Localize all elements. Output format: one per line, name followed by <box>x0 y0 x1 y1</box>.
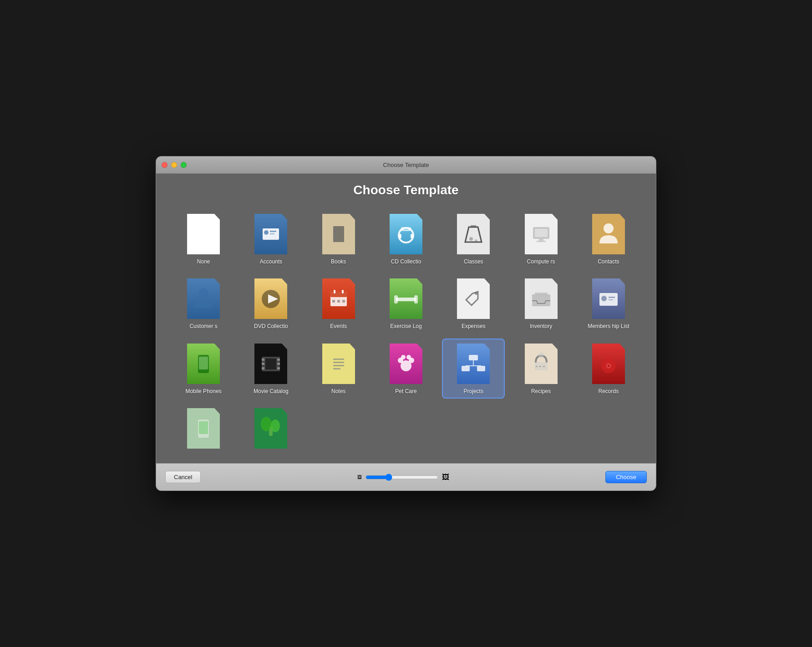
svg-point-76 <box>261 417 272 431</box>
large-icon: 🖼 <box>442 473 449 481</box>
template-item-inventory[interactable]: Inventory <box>509 273 572 334</box>
template-icon-exercise-log <box>388 277 424 320</box>
template-item-mobile-phones[interactable]: Mobile Phones <box>172 339 235 399</box>
template-item-classes[interactable]: Classes <box>442 209 505 269</box>
template-item-more2[interactable] <box>239 403 302 456</box>
template-icon-more2 <box>253 407 289 450</box>
template-item-notes[interactable]: Notes <box>307 339 370 399</box>
template-icon-records <box>590 342 627 385</box>
svg-rect-27 <box>337 300 340 303</box>
svg-rect-2 <box>270 231 276 232</box>
template-item-books[interactable]: Books <box>307 209 370 269</box>
template-item-contacts[interactable]: Contacts <box>577 209 640 269</box>
svg-rect-28 <box>342 300 345 303</box>
maximize-button[interactable] <box>181 162 187 168</box>
svg-rect-45 <box>277 363 280 365</box>
svg-rect-51 <box>333 362 344 363</box>
template-icon-membership-list <box>590 277 627 320</box>
main-window: Choose Template Choose Template None Acc… <box>156 156 656 491</box>
template-item-membership-list[interactable]: Members hip List <box>577 273 640 334</box>
svg-point-36 <box>601 296 607 301</box>
template-item-records[interactable]: Records <box>577 339 640 399</box>
template-icon-movie-catalog <box>253 342 289 385</box>
window-title: Choose Template <box>383 162 429 168</box>
size-slider[interactable] <box>365 474 438 481</box>
svg-rect-52 <box>333 365 344 366</box>
template-label-projects: Projects <box>464 388 483 395</box>
template-grid: None Accounts Books CD Collectio Classes… <box>170 207 642 459</box>
choose-button[interactable]: Choose <box>605 471 647 483</box>
template-label-expenses: Expenses <box>462 323 486 330</box>
template-label-books: Books <box>331 258 346 266</box>
svg-rect-25 <box>342 290 344 293</box>
svg-rect-42 <box>262 359 264 361</box>
svg-rect-48 <box>265 359 276 369</box>
svg-point-57 <box>401 355 406 359</box>
template-item-events[interactable]: Events <box>307 273 370 334</box>
template-icon-none <box>185 212 222 256</box>
template-label-recipes: Recipes <box>531 388 551 395</box>
minimize-button[interactable] <box>171 162 177 168</box>
svg-point-19 <box>198 288 208 298</box>
svg-rect-53 <box>333 368 340 369</box>
svg-rect-67 <box>536 366 538 367</box>
template-item-accounts[interactable]: Accounts <box>239 209 302 269</box>
svg-rect-68 <box>539 366 541 367</box>
template-item-customers[interactable]: Customer s <box>172 273 235 334</box>
template-item-none[interactable]: None <box>172 209 235 269</box>
template-label-notes: Notes <box>331 388 345 395</box>
svg-rect-46 <box>262 367 264 369</box>
template-label-cd-collection: CD Collectio <box>391 258 421 266</box>
svg-rect-5 <box>334 226 335 242</box>
template-icon-mobile-phones <box>185 342 222 385</box>
svg-rect-30 <box>394 295 398 303</box>
svg-rect-47 <box>277 367 280 369</box>
svg-rect-8 <box>411 234 413 238</box>
template-item-cd-collection[interactable]: CD Collectio <box>375 209 437 269</box>
close-button[interactable] <box>162 162 167 168</box>
svg-rect-50 <box>333 359 344 360</box>
template-label-mobile-phones: Mobile Phones <box>185 388 221 395</box>
template-icon-notes <box>320 342 357 385</box>
template-icon-accounts <box>253 212 289 256</box>
template-item-recipes[interactable]: Recipes <box>509 339 572 399</box>
svg-rect-69 <box>543 366 545 367</box>
template-icon-cd-collection <box>388 212 424 256</box>
size-slider-container: 🖼 🖼 <box>357 473 449 481</box>
template-item-exercise-log[interactable]: Exercise Log <box>375 273 437 334</box>
svg-rect-74 <box>199 421 208 434</box>
template-item-movie-catalog[interactable]: Movie Catalog <box>239 339 302 399</box>
svg-rect-3 <box>270 233 274 234</box>
svg-rect-38 <box>609 299 613 300</box>
window-controls <box>162 162 187 168</box>
template-item-pet-care[interactable]: Pet Care <box>375 339 437 399</box>
template-item-projects[interactable]: Projects <box>442 339 505 399</box>
svg-rect-49 <box>331 355 346 373</box>
small-icon: 🖼 <box>357 475 362 480</box>
svg-point-18 <box>604 223 614 233</box>
svg-rect-59 <box>469 355 478 360</box>
template-item-more1[interactable] <box>172 403 235 456</box>
template-grid-area[interactable]: None Accounts Books CD Collectio Classes… <box>170 207 642 464</box>
svg-point-77 <box>271 420 280 432</box>
svg-rect-37 <box>609 297 615 298</box>
svg-point-13 <box>475 239 477 242</box>
cancel-button[interactable]: Cancel <box>165 471 201 483</box>
template-icon-projects <box>455 342 492 385</box>
dialog-title: Choose Template <box>170 183 642 197</box>
template-label-classes: Classes <box>464 258 483 266</box>
svg-rect-7 <box>399 234 401 238</box>
svg-point-32 <box>475 292 477 295</box>
svg-rect-26 <box>332 300 335 303</box>
template-item-expenses[interactable]: Expenses <box>442 273 505 334</box>
template-item-dvd-collection[interactable]: DVD Collectio <box>239 273 302 334</box>
template-item-computers[interactable]: Compute rs <box>509 209 572 269</box>
template-label-movie-catalog: Movie Catalog <box>254 388 289 395</box>
svg-rect-60 <box>462 366 470 371</box>
svg-rect-24 <box>334 290 335 293</box>
svg-point-65 <box>538 352 544 358</box>
template-icon-more1 <box>185 407 222 450</box>
svg-point-1 <box>264 230 269 235</box>
template-label-membership-list: Members hip List <box>588 323 629 330</box>
footer: Cancel 🖼 🖼 Choose <box>156 463 656 490</box>
